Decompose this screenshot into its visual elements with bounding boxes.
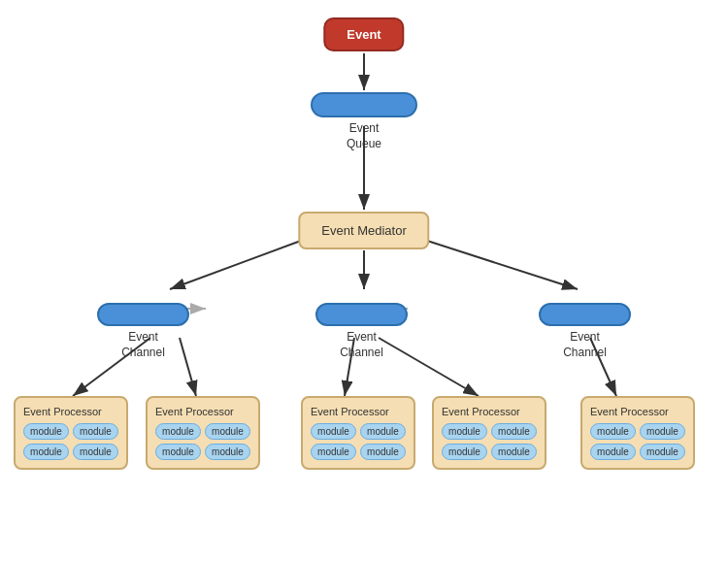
event-mediator: Event Mediator bbox=[298, 212, 429, 249]
svg-line-6 bbox=[427, 241, 578, 289]
channel-pill-center bbox=[315, 303, 408, 326]
module: module bbox=[590, 423, 636, 440]
channel-pill-right bbox=[539, 303, 631, 326]
processor-2-title: Event Processor bbox=[155, 406, 250, 417]
event-queue-pill bbox=[311, 92, 417, 117]
module: module bbox=[73, 423, 118, 440]
processor-4-title: Event Processor bbox=[442, 406, 537, 417]
processor-1: Event Processor module module module mod… bbox=[14, 396, 128, 470]
connector-arrows bbox=[0, 0, 728, 561]
processor-3: Event Processor module module module mod… bbox=[301, 396, 415, 470]
module: module bbox=[442, 423, 487, 440]
module: module bbox=[205, 423, 250, 440]
processor-2: Event Processor module module module mod… bbox=[146, 396, 260, 470]
event-queue-container: EventQueue bbox=[311, 92, 417, 151]
processor-5-modules: module module module module bbox=[590, 423, 685, 460]
processor-4: Event Processor module module module mod… bbox=[432, 396, 546, 470]
processor-1-modules: module module module module bbox=[23, 423, 118, 460]
mediator-label: Event Mediator bbox=[321, 223, 406, 238]
event-queue-label: EventQueue bbox=[347, 121, 381, 151]
processor-3-title: Event Processor bbox=[311, 406, 406, 417]
channel-label-right: EventChannel bbox=[563, 330, 607, 360]
module: module bbox=[205, 444, 250, 460]
module: module bbox=[73, 444, 118, 460]
channel-right: EventChannel bbox=[539, 303, 631, 360]
module: module bbox=[311, 423, 356, 440]
module: module bbox=[155, 423, 201, 440]
module: module bbox=[360, 423, 406, 440]
channel-pill-left bbox=[97, 303, 189, 326]
processor-5: Event Processor module module module mod… bbox=[580, 396, 695, 470]
module: module bbox=[442, 444, 487, 460]
module: module bbox=[640, 423, 685, 440]
module: module bbox=[311, 444, 356, 460]
module: module bbox=[23, 444, 69, 460]
processor-1-title: Event Processor bbox=[23, 406, 118, 417]
processor-2-modules: module module module module bbox=[155, 423, 250, 460]
event-node: Event bbox=[323, 17, 404, 51]
architecture-diagram: Event EventQueue Event Mediator EventCha… bbox=[0, 0, 728, 561]
module: module bbox=[155, 444, 201, 460]
module: module bbox=[491, 444, 537, 460]
module: module bbox=[491, 423, 537, 440]
channel-label-center: EventChannel bbox=[340, 330, 383, 360]
module: module bbox=[590, 444, 636, 460]
event-label: Event bbox=[347, 27, 381, 42]
channel-center: EventChannel bbox=[315, 303, 408, 360]
module: module bbox=[640, 444, 685, 460]
module: module bbox=[360, 444, 406, 460]
channel-label-left: EventChannel bbox=[121, 330, 165, 360]
processor-3-modules: module module module module bbox=[311, 423, 406, 460]
module: module bbox=[23, 423, 69, 440]
channel-left: EventChannel bbox=[97, 303, 189, 360]
processor-4-modules: module module module module bbox=[442, 423, 537, 460]
processor-5-title: Event Processor bbox=[590, 406, 685, 417]
svg-line-4 bbox=[170, 241, 301, 289]
